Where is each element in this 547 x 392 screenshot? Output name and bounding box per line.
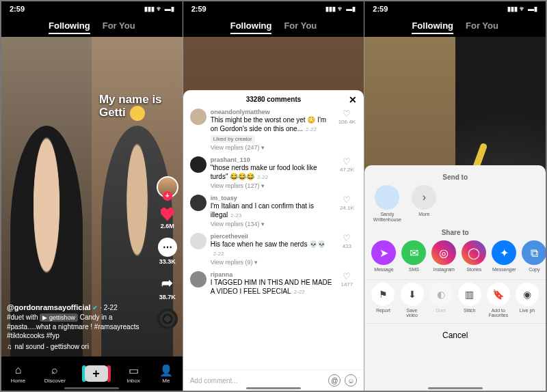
comment-like-button[interactable]: ♡106.4K — [336, 109, 357, 151]
heart-outline-icon: ♡ — [343, 156, 351, 167]
comment-username[interactable]: im_toasy — [211, 195, 333, 201]
view-replies-button[interactable]: View replies (9) ▾ — [211, 259, 333, 266]
tab-foryou[interactable]: For You — [466, 20, 498, 34]
close-icon[interactable]: ✕ — [349, 94, 357, 105]
comment-icon: ⋯ — [158, 238, 177, 257]
comment-item[interactable]: ripannaI TAGGED HIM IN THIS AND HE MADE … — [190, 271, 358, 296]
comment-like-button[interactable]: ♡47.2K — [336, 156, 357, 189]
status-bar: 2:59 ▮▮▮ᯤ▬▮ — [183, 1, 364, 16]
heart-outline-icon: ♡ — [343, 195, 351, 205]
sendto-avatar-icon: › — [412, 185, 436, 210]
share-action[interactable]: 🔖Add to Favorites — [487, 283, 510, 318]
video-player[interactable]: My name is Getti + 2.6M ⋯ 33.3K ➦ 38.7K — [1, 37, 183, 391]
home-icon: ⌂ — [11, 363, 25, 377]
nav-inbox[interactable]: ▭Inbox — [126, 363, 140, 384]
like-button[interactable]: 2.6M — [159, 206, 176, 229]
comment-username[interactable]: ripanna — [211, 271, 333, 278]
emoji-picker-icon[interactable]: ☺ — [345, 374, 357, 387]
shareto-target[interactable]: ✉SMS — [401, 240, 426, 272]
screenshot-comments: 2:59 ▮▮▮ᯤ▬▮ Following For You 33280 comm… — [183, 1, 365, 391]
action-icon: ⬇ — [401, 283, 424, 306]
comment-text: I'm Italian and I can confirm that is il… — [211, 202, 333, 219]
app-icon: ➤ — [371, 240, 396, 265]
comments-button[interactable]: ⋯ 33.3K — [158, 238, 177, 265]
status-icons: ▮▮▮ ᯤ ▬▮ — [144, 5, 174, 12]
shareto-target[interactable]: ◯Stories — [462, 240, 486, 272]
share-action[interactable]: ▥Stitch — [458, 283, 481, 318]
follow-plus-icon[interactable]: + — [163, 191, 172, 201]
comment-avatar[interactable] — [190, 271, 206, 288]
caption-text[interactable]: #duet with ▶ gettishow Candy in a #pasta… — [7, 313, 142, 341]
creator-avatar[interactable]: + — [157, 176, 178, 198]
comment-text: I TAGGED HIM IN THIS AND HE MADE A VIDEO… — [211, 279, 333, 296]
comment-avatar[interactable] — [190, 156, 206, 173]
heart-outline-icon: ♡ — [343, 271, 351, 281]
comment-item[interactable]: prashant_110"those nerds make ur food lo… — [190, 156, 358, 189]
share-count: 38.7K — [159, 294, 176, 300]
heart-outline-icon: ♡ — [343, 109, 351, 119]
action-icon: ⚑ — [371, 283, 395, 306]
comment-item[interactable]: oneandonlymatthewThis might be the worst… — [190, 109, 358, 151]
post-date: 2-22 — [104, 304, 118, 311]
share-button[interactable]: ➦ 38.7K — [158, 273, 177, 300]
cancel-button[interactable]: Cancel — [364, 323, 546, 347]
status-icons: ▮▮▮ᯤ▬▮ — [325, 5, 356, 12]
comment-item[interactable]: im_toasyI'm Italian and I can confirm th… — [190, 195, 358, 227]
shareto-target[interactable]: ➤Message — [371, 240, 396, 272]
tab-foryou[interactable]: For You — [284, 20, 317, 34]
shareto-target[interactable]: ◎Instagram — [431, 240, 456, 272]
nav-home[interactable]: ⌂Home — [11, 363, 25, 384]
shareto-target[interactable]: ⧉Copy — [522, 240, 546, 272]
feed-tabs: Following For You — [1, 16, 183, 37]
home-indicator — [246, 387, 301, 389]
nav-create[interactable]: + — [85, 365, 108, 382]
creator-username[interactable]: @gordonramsayofficial — [7, 303, 91, 311]
comment-username[interactable]: prashant_110 — [211, 156, 333, 163]
share-action[interactable]: ⬇Save video — [400, 283, 423, 318]
search-icon: ⌕ — [48, 363, 62, 377]
share-action[interactable]: ⚑Report — [371, 283, 395, 318]
wifi-icon: ᯤ — [157, 5, 163, 12]
duet-chip[interactable]: ▶ gettishow — [40, 313, 78, 322]
action-icon: ◐ — [429, 283, 453, 306]
shareto-target[interactable]: ✦Messenger — [492, 240, 516, 272]
share-action[interactable]: ◉Live ph — [516, 283, 539, 318]
profile-icon: 👤 — [159, 363, 173, 377]
comment-like-button[interactable]: ♡24.1K — [336, 195, 357, 227]
nav-me[interactable]: 👤Me — [159, 363, 173, 384]
feed-tabs: Following For You — [364, 16, 546, 37]
comment-like-button[interactable]: ♡433 — [336, 233, 357, 266]
view-replies-button[interactable]: View replies (247) ▾ — [211, 144, 333, 151]
comment-avatar[interactable] — [190, 233, 206, 249]
home-indicator — [64, 387, 119, 389]
sendto-target[interactable]: ›More — [408, 185, 440, 222]
comment-username[interactable]: piercetheveiI — [211, 233, 333, 240]
sendto-target[interactable]: Sandy Writtenhouse — [371, 185, 403, 222]
signal-icon: ▮▮▮ — [144, 5, 155, 12]
status-bar: 2:59 ▮▮▮ᯤ▬▮ — [364, 1, 546, 16]
tab-following[interactable]: Following — [230, 20, 272, 34]
nav-discover[interactable]: ⌕Discover — [44, 363, 66, 384]
comment-input[interactable]: Add comment... — [190, 377, 325, 384]
sound-disc[interactable] — [157, 309, 178, 329]
mention-icon[interactable]: @ — [328, 374, 341, 387]
feed-tabs: Following For You — [183, 16, 364, 37]
comment-like-button[interactable]: ♡1477 — [336, 271, 357, 296]
comment-username[interactable]: oneandonlymatthew — [211, 109, 333, 115]
view-replies-button[interactable]: View replies (127) ▾ — [211, 182, 333, 189]
comments-title: 33280 comments — [246, 96, 302, 103]
sound-row[interactable]: ♫ nal sound - gettishow ori — [7, 342, 142, 352]
view-replies-button[interactable]: View replies (134) ▾ — [211, 221, 333, 227]
comment-list[interactable]: oneandonlymatthewThis might be the worst… — [183, 109, 364, 369]
comment-item[interactable]: piercetheveiIHis face when he saw the ne… — [190, 233, 358, 266]
tab-following[interactable]: Following — [412, 20, 453, 34]
tab-foryou[interactable]: For You — [103, 20, 135, 34]
comment-avatar[interactable] — [190, 109, 206, 125]
comment-like-count: 433 — [343, 243, 351, 249]
screenshot-feed: 2:59 ▮▮▮ ᯤ ▬▮ Following For You My name … — [1, 1, 183, 391]
comment-avatar[interactable] — [190, 195, 206, 211]
video-overlay-text: My name is Getti — [99, 94, 175, 121]
action-row: ⚑Report⬇Save video◐Duet▥Stitch🔖Add to Fa… — [364, 279, 546, 323]
tab-following[interactable]: Following — [49, 20, 90, 34]
sendto-avatar-icon — [375, 185, 399, 210]
